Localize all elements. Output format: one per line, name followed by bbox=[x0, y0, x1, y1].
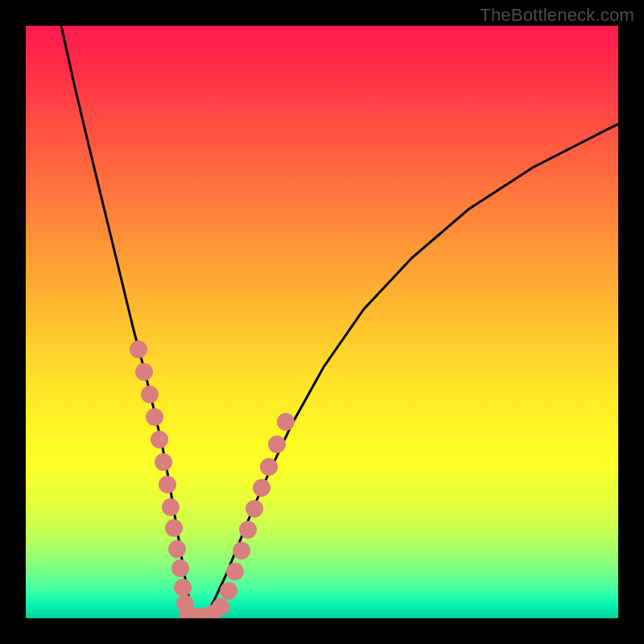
marker-dot bbox=[171, 559, 189, 577]
marker-dot bbox=[135, 363, 153, 381]
marker-dot bbox=[168, 540, 186, 558]
marker-dot bbox=[220, 582, 237, 600]
marker-dot bbox=[277, 413, 295, 431]
marker-dot bbox=[260, 458, 278, 476]
marker-dot bbox=[246, 500, 263, 518]
marker-dot bbox=[162, 498, 180, 516]
chart-frame: TheBottleneck.com bbox=[0, 0, 644, 644]
marker-cluster-floor bbox=[189, 598, 229, 618]
marker-dot bbox=[146, 408, 163, 426]
marker-dot bbox=[155, 453, 172, 471]
marker-dot bbox=[174, 579, 192, 597]
marker-dot bbox=[226, 563, 244, 580]
watermark-text: TheBottleneck.com bbox=[480, 5, 634, 26]
marker-dot bbox=[151, 431, 168, 448]
plot-area bbox=[26, 26, 618, 618]
marker-dot bbox=[239, 521, 257, 539]
marker-dot bbox=[165, 519, 183, 537]
marker-dot bbox=[212, 598, 229, 616]
marker-dot bbox=[141, 386, 159, 403]
marker-dot bbox=[233, 542, 250, 559]
marker-dot bbox=[130, 341, 147, 358]
chart-svg bbox=[26, 26, 618, 618]
bottleneck-curve bbox=[61, 26, 618, 617]
marker-dot bbox=[159, 476, 176, 493]
marker-dot bbox=[253, 479, 270, 497]
marker-cluster-left bbox=[130, 341, 201, 618]
marker-cluster-right bbox=[220, 413, 295, 600]
marker-dot bbox=[268, 436, 286, 453]
